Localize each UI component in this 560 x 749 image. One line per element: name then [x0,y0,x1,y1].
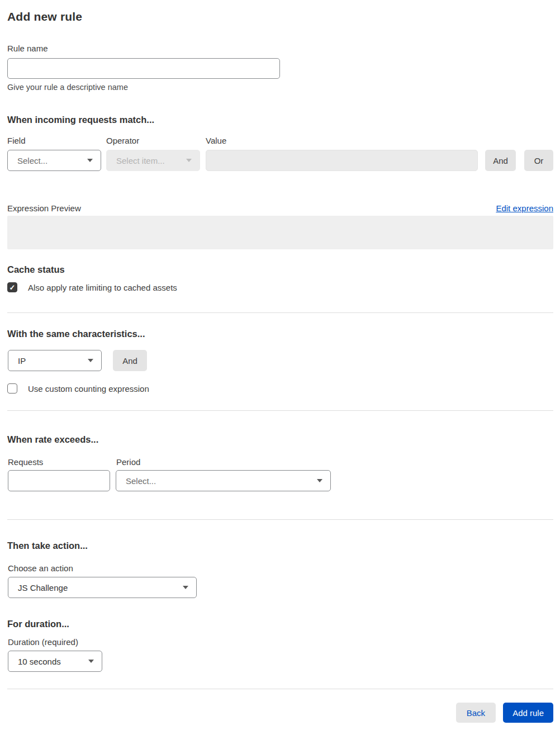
cached-assets-checkbox-label: Also apply rate limiting to cached asset… [28,283,177,292]
edit-expression-link[interactable]: Edit expression [496,203,553,213]
duration-select[interactable]: 10 seconds [8,651,102,672]
field-select-value: Select... [17,156,48,165]
or-button[interactable]: Or [524,150,553,171]
operator-select-value: Select item... [116,156,165,165]
operator-label: Operator [106,136,200,145]
rule-name-input[interactable] [7,58,280,79]
expression-preview-label: Expression Preview [7,203,81,213]
cache-status-heading: Cache status [7,264,553,275]
requests-input[interactable] [8,470,110,491]
duration-heading: For duration... [7,619,553,629]
chevron-down-icon [186,159,192,162]
field-select[interactable]: Select... [7,150,101,171]
operator-select[interactable]: Select item... [106,150,200,171]
chevron-down-icon [87,159,93,162]
chevron-down-icon [317,479,322,482]
check-icon: ✓ [10,283,16,291]
add-rule-form: Add new rule Rule name Give your rule a … [0,0,560,723]
custom-counting-checkbox-label: Use custom counting expression [28,384,149,394]
action-heading: Then take action... [7,541,553,551]
rule-name-label: Rule name [7,44,48,53]
characteristics-heading: With the same characteristics... [7,329,553,339]
action-select[interactable]: JS Challenge [8,577,197,598]
field-label: Field [7,136,101,145]
chevron-down-icon [88,660,94,663]
period-select[interactable]: Select... [116,470,331,491]
characteristics-and-button[interactable]: And [113,350,147,371]
rate-heading: When rate exceeds... [7,434,553,445]
requests-label: Requests [8,457,111,467]
chevron-down-icon [88,359,93,362]
choose-action-label: Choose an action [8,563,73,573]
add-rule-button[interactable]: Add rule [503,703,553,723]
custom-counting-checkbox[interactable] [7,383,17,394]
period-select-value: Select... [126,476,156,486]
duration-select-value: 10 seconds [18,657,61,666]
chevron-down-icon [183,586,188,589]
characteristic-select[interactable]: IP [8,350,102,371]
value-label: Value [206,136,478,145]
action-select-value: JS Challenge [18,583,68,592]
page-title: Add new rule [7,10,553,23]
value-input[interactable] [206,150,478,171]
match-section-heading: When incoming requests match... [7,115,553,125]
duration-label: Duration (required) [8,637,78,647]
rule-name-helper: Give your rule a descriptive name [7,83,553,92]
characteristic-select-value: IP [18,356,26,366]
expression-preview-box [7,216,553,249]
period-label: Period [116,457,140,467]
and-button[interactable]: And [485,150,516,171]
cached-assets-checkbox[interactable]: ✓ [7,282,17,292]
back-button[interactable]: Back [456,703,496,723]
